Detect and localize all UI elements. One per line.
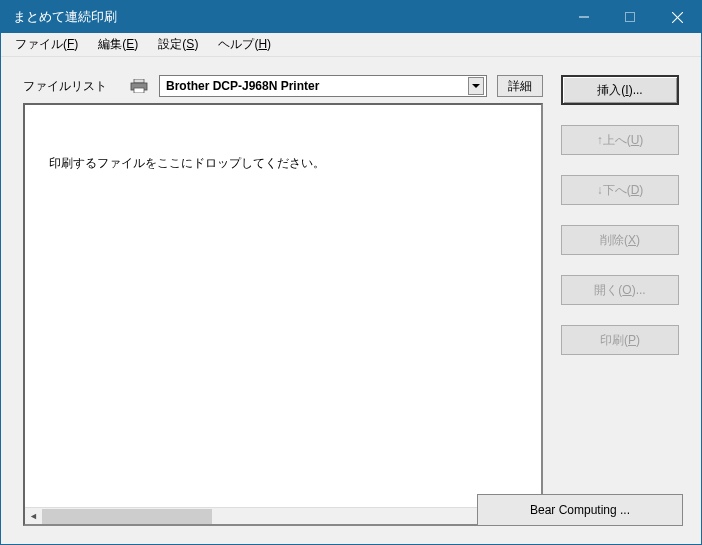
dropdown-icon[interactable] [468,77,484,95]
menubar: ファイル(F) 編集(E) 設定(S) ヘルプ(H) [1,33,701,57]
brand-button[interactable]: Bear Computing ... [477,494,683,526]
right-button-column: 挿入(I)... ↑上へ(U) ↓下へ(D) 削除(X) 開く(O)... 印刷… [561,75,683,526]
svg-rect-1 [626,13,635,22]
open-button[interactable]: 開く(O)... [561,275,679,305]
move-up-button[interactable]: ↑上へ(U) [561,125,679,155]
footer-row: Bear Computing ... [477,494,683,526]
content-area: ファイルリスト Brother DCP-J968N Printer 詳細 印刷す… [1,57,701,544]
left-panel: ファイルリスト Brother DCP-J968N Printer 詳細 印刷す… [23,75,543,526]
printer-select[interactable]: Brother DCP-J968N Printer [159,75,487,97]
titlebar: まとめて連続印刷 [1,1,701,33]
svg-rect-4 [134,79,144,83]
maximize-button[interactable] [607,1,653,33]
menu-help[interactable]: ヘルプ(H) [210,34,279,55]
menu-file[interactable]: ファイル(F) [7,34,86,55]
app-window: まとめて連続印刷 ファイル(F) 編集(E) 設定(S) ヘルプ(H) ファイル… [0,0,702,545]
svg-marker-7 [472,84,480,88]
close-button[interactable] [653,1,701,33]
printer-icon [129,78,149,94]
minimize-button[interactable] [561,1,607,33]
file-list-placeholder: 印刷するファイルをここにドロップしてください。 [25,105,541,507]
menu-settings[interactable]: 設定(S) [150,34,206,55]
print-button[interactable]: 印刷(P) [561,325,679,355]
menu-edit[interactable]: 編集(E) [90,34,146,55]
svg-rect-6 [134,88,144,93]
insert-button[interactable]: 挿入(I)... [561,75,679,105]
titlebar-buttons [561,1,701,33]
scroll-thumb[interactable] [42,509,212,524]
details-button[interactable]: 詳細 [497,75,543,97]
delete-button[interactable]: 削除(X) [561,225,679,255]
file-list[interactable]: 印刷するファイルをここにドロップしてください。 ◄ ► [23,103,543,526]
top-row: ファイルリスト Brother DCP-J968N Printer 詳細 [23,75,543,97]
move-down-button[interactable]: ↓下へ(D) [561,175,679,205]
window-title: まとめて連続印刷 [13,8,561,26]
horizontal-scrollbar[interactable]: ◄ ► [25,507,541,524]
printer-selected-text: Brother DCP-J968N Printer [166,79,468,93]
filelist-label: ファイルリスト [23,78,119,95]
scroll-left-icon[interactable]: ◄ [25,508,42,525]
